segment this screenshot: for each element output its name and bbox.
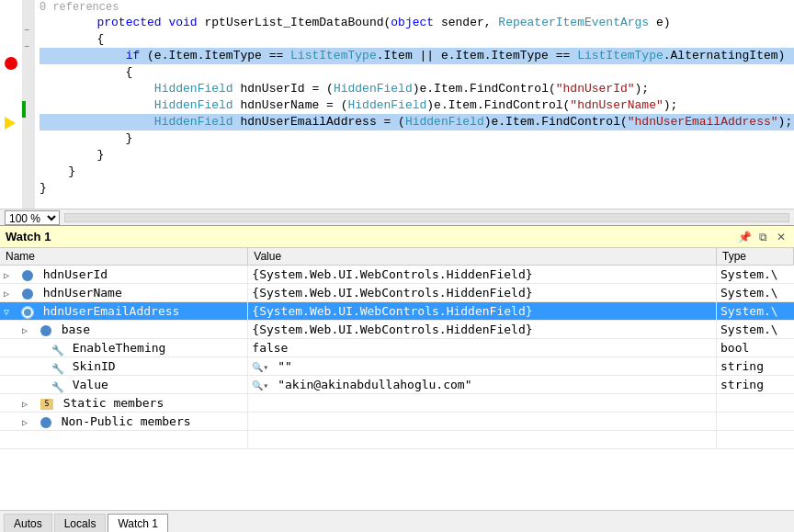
wrench-icon: 🔧 — [51, 363, 62, 372]
row-name-SkinID: ▷ 🔧 SkinID — [0, 357, 248, 376]
scroll-bar-area: 100 % 75 % 125 % — [0, 209, 794, 225]
expand-icon[interactable]: ▷ — [22, 325, 33, 335]
zoom-select[interactable]: 100 % 75 % 125 % — [5, 210, 60, 225]
watch-close-button[interactable]: ✕ — [774, 230, 788, 244]
table-row[interactable]: ▷ Non-Public members — [0, 413, 794, 431]
table-row[interactable]: ▷ 🔧 EnableTheming false bool — [0, 339, 794, 357]
type-icon — [40, 325, 51, 336]
row-type-hdnUserId: System.\ — [717, 266, 794, 284]
expand-icon[interactable]: ▷ — [4, 289, 15, 299]
expand-icon[interactable]: ▷ — [22, 417, 33, 427]
table-row[interactable]: ▷ hdnUserName {System.Web.UI.WebControls… — [0, 284, 794, 302]
horizontal-scrollbar[interactable] — [64, 213, 789, 222]
code-content: 0 references protected void rptUserList_… — [35, 0, 794, 209]
collapse-marker-2[interactable]: − — [24, 42, 29, 52]
watch-header: Watch 1 📌 ⧉ ✕ — [0, 226, 794, 248]
watch-float-button[interactable]: ⧉ — [755, 230, 770, 244]
table-row-empty — [0, 431, 794, 449]
code-line-7: HiddenField hdnUserEmailAddress = (Hidde… — [40, 114, 794, 130]
table-row[interactable]: ▷ S Static members — [0, 394, 794, 413]
row-name-hdnUserId: ▷ hdnUserId — [0, 266, 248, 284]
row-value-EnableTheming: false — [248, 339, 717, 357]
row-name-static: ▷ S Static members — [0, 394, 248, 413]
watch-panel: Watch 1 📌 ⧉ ✕ Name Value Type ▷ — [0, 225, 794, 510]
row-name-Value: ▷ 🔧 Value — [0, 376, 248, 394]
expand-icon[interactable]: ▷ — [22, 399, 33, 409]
watch-table-header: Name Value Type — [0, 248, 794, 266]
row-type-Value: string — [717, 376, 794, 394]
row-name-nonpublic: ▷ Non-Public members — [0, 413, 248, 431]
col-header-name: Name — [0, 248, 248, 266]
code-line-11: } — [40, 180, 794, 197]
code-line-8: } — [40, 130, 794, 147]
col-header-type: Type — [717, 248, 794, 266]
watch-pin-button[interactable]: 📌 — [737, 230, 752, 244]
row-value-hdnUserEmailAddress: {System.Web.UI.WebControls.HiddenField} — [248, 302, 717, 321]
line-indicators: − − — [22, 0, 35, 209]
table-row[interactable]: ▷ base {System.Web.UI.WebControls.Hidden… — [0, 321, 794, 339]
row-name-EnableTheming: ▷ 🔧 EnableTheming — [0, 339, 248, 357]
table-row[interactable]: ▷ 🔧 Value 🔍▾ "akin@akinabdullahoglu.com"… — [0, 376, 794, 394]
references-line: 0 references — [40, 0, 794, 15]
row-label: Static members — [63, 396, 164, 410]
row-label: hdnUserId — [43, 267, 108, 281]
row-value-hdnUserId: {System.Web.UI.WebControls.HiddenField} — [248, 266, 717, 284]
cell-value: "akin@akinabdullahoglu.com" — [278, 378, 471, 391]
row-type-hdnUserName: System.\ — [717, 284, 794, 302]
expand-icon[interactable]: ▽ — [4, 307, 15, 317]
row-value-nonpublic — [248, 413, 717, 431]
row-label: hdnUserName — [43, 286, 122, 300]
left-gutter — [0, 0, 22, 209]
globe-icon — [40, 417, 51, 428]
row-label: Non-Public members — [62, 414, 191, 428]
tab-locals[interactable]: Locals — [54, 514, 107, 532]
watch-table-container: Name Value Type ▷ hdnUserId {System.Web.… — [0, 248, 794, 510]
row-name-hdnUserEmailAddress: ▽ hdnUserEmailAddress — [0, 302, 248, 321]
code-line-2: { — [40, 31, 794, 48]
row-type-SkinID: string — [717, 357, 794, 376]
code-line-5: HiddenField hdnUserId = (HiddenField)e.I… — [40, 81, 794, 97]
table-row[interactable]: ▷ 🔧 SkinID 🔍▾ "" string — [0, 357, 794, 376]
code-line-4: { — [40, 64, 794, 81]
code-line-9: } — [40, 147, 794, 164]
row-label: EnableTheming — [73, 341, 166, 355]
row-label: hdnUserEmailAddress — [43, 304, 180, 318]
code-editor: − − 0 references protected void rptUserL… — [0, 0, 794, 225]
col-header-value: Value — [248, 248, 717, 266]
row-value-static — [248, 394, 717, 413]
static-icon: S — [40, 399, 53, 410]
type-icon — [22, 289, 33, 300]
code-line-6: HiddenField hdnUserName = (HiddenField)e… — [40, 97, 794, 114]
code-line-1: protected void rptUserList_ItemDataBound… — [40, 15, 794, 31]
row-type-static — [717, 394, 794, 413]
row-type-nonpublic — [717, 413, 794, 431]
table-row[interactable]: ▷ hdnUserId {System.Web.UI.WebControls.H… — [0, 266, 794, 284]
magnifier-icon[interactable]: 🔍▾ — [252, 362, 268, 372]
table-row[interactable]: ▽ hdnUserEmailAddress {System.Web.UI.Web… — [0, 302, 794, 321]
row-type-EnableTheming: bool — [717, 339, 794, 357]
breakpoint-indicator — [5, 57, 17, 70]
bottom-tab-bar: Autos Locals Watch 1 — [0, 510, 794, 532]
row-label: base — [62, 323, 90, 336]
collapse-marker-1[interactable]: − — [24, 26, 29, 36]
tab-watch1[interactable]: Watch 1 — [108, 514, 168, 532]
row-type-base: System.\ — [717, 321, 794, 339]
watch-controls: 📌 ⧉ ✕ — [737, 230, 788, 244]
magnifier-icon[interactable]: 🔍▾ — [252, 380, 268, 391]
cell-value: "" — [278, 359, 292, 373]
expand-icon[interactable]: ▷ — [4, 270, 15, 280]
type-icon-open — [22, 307, 33, 318]
type-icon — [22, 270, 33, 281]
debug-arrow — [5, 117, 16, 130]
row-label: Value — [73, 378, 108, 391]
wrench-icon: 🔧 — [51, 345, 62, 354]
wrench-icon: 🔧 — [51, 381, 62, 391]
row-value-Value: 🔍▾ "akin@akinabdullahoglu.com" — [248, 376, 717, 394]
code-line-3: if (e.Item.ItemType == ListItemType.Item… — [40, 48, 794, 64]
tab-autos[interactable]: Autos — [4, 514, 52, 532]
row-label: SkinID — [73, 359, 116, 373]
row-type-hdnUserEmailAddress: System.\ — [717, 302, 794, 321]
modified-line-bar — [22, 101, 26, 118]
row-value-SkinID: 🔍▾ "" — [248, 357, 717, 376]
row-value-base: {System.Web.UI.WebControls.HiddenField} — [248, 321, 717, 339]
